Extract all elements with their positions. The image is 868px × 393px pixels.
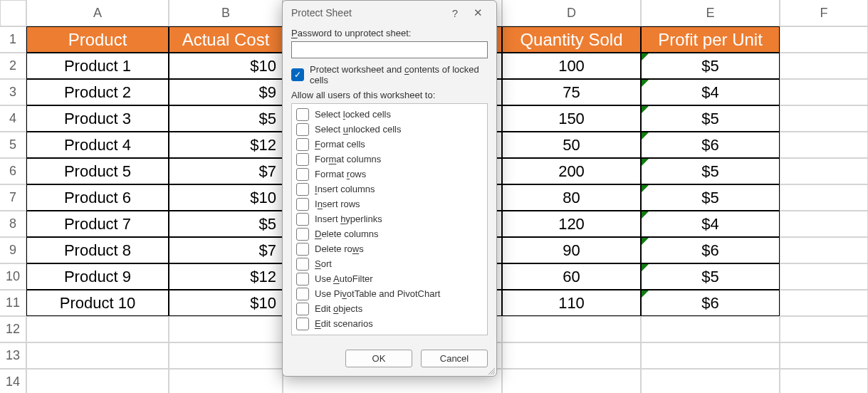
- cell-A4[interactable]: Product 3: [26, 105, 169, 132]
- cell-E14[interactable]: [641, 369, 780, 393]
- permission-checkbox[interactable]: [296, 213, 309, 226]
- row-header[interactable]: 9: [0, 237, 26, 263]
- cell-D2[interactable]: 100: [502, 53, 641, 79]
- row-header[interactable]: 7: [0, 184, 26, 211]
- cell-E12[interactable]: [641, 316, 780, 342]
- cell-E2[interactable]: $5: [641, 53, 780, 79]
- row-header[interactable]: 10: [0, 263, 26, 290]
- permission-checkbox[interactable]: [296, 138, 309, 151]
- row-header[interactable]: 11: [0, 290, 26, 316]
- permission-item[interactable]: Format columns: [296, 152, 483, 167]
- col-header-A[interactable]: A: [26, 0, 169, 26]
- permission-checkbox[interactable]: [296, 273, 309, 285]
- cell-D7[interactable]: 80: [502, 184, 641, 211]
- permission-checkbox[interactable]: [296, 168, 309, 181]
- cell-F11[interactable]: [780, 290, 868, 316]
- permission-checkbox[interactable]: [296, 243, 309, 256]
- permission-item[interactable]: Insert rows: [296, 197, 483, 211]
- col-header-F[interactable]: F: [780, 0, 868, 26]
- permission-item[interactable]: Delete rows: [296, 241, 483, 256]
- resize-grip[interactable]: [486, 366, 495, 374]
- cell-F9[interactable]: [780, 237, 868, 263]
- cell-A14[interactable]: [26, 369, 169, 393]
- col-header-B[interactable]: B: [169, 0, 283, 26]
- cell-B4[interactable]: $5: [169, 105, 283, 132]
- cell-E6[interactable]: $5: [641, 158, 780, 184]
- cell-B1[interactable]: Actual Cost: [169, 26, 283, 53]
- cell-A9[interactable]: Product 8: [26, 237, 169, 263]
- permission-item[interactable]: Select unlocked cells: [296, 122, 483, 137]
- cell-A2[interactable]: Product 1: [26, 53, 169, 79]
- cell-D10[interactable]: 60: [502, 263, 641, 290]
- cell-E1[interactable]: Profit per Unit: [641, 26, 780, 53]
- cell-E4[interactable]: $5: [641, 105, 780, 132]
- cell-B5[interactable]: $12: [169, 132, 283, 158]
- cell-D6[interactable]: 200: [502, 158, 641, 184]
- permission-checkbox[interactable]: [296, 228, 309, 241]
- cell-E10[interactable]: $5: [641, 263, 780, 290]
- cell-D11[interactable]: 110: [502, 290, 641, 316]
- permission-item[interactable]: Edit scenarios: [296, 316, 483, 331]
- permission-item[interactable]: Format rows: [296, 167, 483, 182]
- cell-E8[interactable]: $4: [641, 211, 780, 237]
- col-header-E[interactable]: E: [641, 0, 780, 26]
- permissions-listbox[interactable]: Select locked cellsSelect unlocked cells…: [291, 103, 488, 335]
- cell-B7[interactable]: $10: [169, 184, 283, 211]
- permission-checkbox[interactable]: [296, 198, 309, 211]
- cell-B9[interactable]: $7: [169, 237, 283, 263]
- permission-item[interactable]: Sort: [296, 256, 483, 271]
- cancel-button[interactable]: Cancel: [421, 350, 488, 367]
- row-header[interactable]: 12: [0, 316, 26, 342]
- cell-E9[interactable]: $6: [641, 237, 780, 263]
- permission-checkbox[interactable]: [296, 288, 309, 300]
- row-header[interactable]: 3: [0, 79, 26, 105]
- cell-D9[interactable]: 90: [502, 237, 641, 263]
- permission-item[interactable]: Delete columns: [296, 226, 483, 241]
- permission-checkbox[interactable]: [296, 183, 309, 196]
- cell-B8[interactable]: $5: [169, 211, 283, 237]
- cell-D14[interactable]: [502, 369, 641, 393]
- row-header[interactable]: 13: [0, 342, 26, 369]
- cell-F4[interactable]: [780, 105, 868, 132]
- close-button[interactable]: ✕: [466, 6, 489, 19]
- row-header[interactable]: 14: [0, 369, 26, 393]
- cell-B13[interactable]: [169, 342, 283, 369]
- cell-E7[interactable]: $5: [641, 184, 780, 211]
- permission-checkbox[interactable]: [296, 153, 309, 166]
- protect-worksheet-checkbox-row[interactable]: Protect worksheet and contents of locked…: [291, 64, 488, 85]
- help-button[interactable]: ?: [444, 7, 466, 19]
- cell-F13[interactable]: [780, 342, 868, 369]
- row-header[interactable]: 1: [0, 26, 26, 53]
- cell-F8[interactable]: [780, 211, 868, 237]
- permission-item[interactable]: Select locked cells: [296, 107, 483, 122]
- dialog-titlebar[interactable]: Protect Sheet ? ✕: [283, 1, 496, 23]
- cell-A1[interactable]: Product: [26, 26, 169, 53]
- cell-A13[interactable]: [26, 342, 169, 369]
- cell-F12[interactable]: [780, 316, 868, 342]
- row-header[interactable]: 8: [0, 211, 26, 237]
- cell-D13[interactable]: [502, 342, 641, 369]
- cell-F14[interactable]: [780, 369, 868, 393]
- protect-worksheet-checkbox[interactable]: [291, 68, 304, 81]
- ok-button[interactable]: OK: [345, 350, 412, 367]
- cell-F6[interactable]: [780, 158, 868, 184]
- select-all-corner[interactable]: [0, 0, 26, 26]
- cell-B2[interactable]: $10: [169, 53, 283, 79]
- permission-checkbox[interactable]: [296, 303, 309, 315]
- cell-F10[interactable]: [780, 263, 868, 290]
- cell-B3[interactable]: $9: [169, 79, 283, 105]
- cell-E13[interactable]: [641, 342, 780, 369]
- cell-A12[interactable]: [26, 316, 169, 342]
- row-header[interactable]: 4: [0, 105, 26, 132]
- cell-A10[interactable]: Product 9: [26, 263, 169, 290]
- cell-F7[interactable]: [780, 184, 868, 211]
- permission-checkbox[interactable]: [296, 123, 309, 136]
- cell-F5[interactable]: [780, 132, 868, 158]
- password-input[interactable]: [291, 41, 488, 58]
- cell-E3[interactable]: $4: [641, 79, 780, 105]
- cell-D4[interactable]: 150: [502, 105, 641, 132]
- cell-A5[interactable]: Product 4: [26, 132, 169, 158]
- cell-F3[interactable]: [780, 79, 868, 105]
- cell-F2[interactable]: [780, 53, 868, 79]
- row-header[interactable]: 2: [0, 53, 26, 79]
